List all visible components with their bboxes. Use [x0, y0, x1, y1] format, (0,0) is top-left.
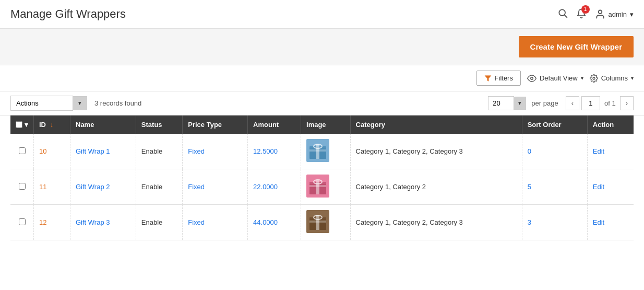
svg-point-4: [531, 77, 533, 79]
per-page-select[interactable]: 20: [488, 96, 514, 110]
row-id: 12: [34, 205, 70, 240]
row-amount: 22.0000: [248, 169, 301, 205]
next-page-button[interactable]: ›: [620, 96, 634, 110]
row-edit-link[interactable]: Edit: [593, 218, 604, 226]
row-name-link[interactable]: Gift Wrap 2: [76, 183, 110, 191]
table-row: 11 Gift Wrap 2 Enable Fixed 22.0000 Cate…: [10, 169, 634, 205]
row-checkbox-cell: [10, 205, 34, 240]
th-price-type: Price Type: [183, 115, 248, 134]
notification-badge: 1: [581, 5, 590, 14]
page-number-input[interactable]: [581, 96, 600, 110]
page-of-label: of 1: [604, 99, 616, 107]
create-gift-wrapper-button[interactable]: Create New Gift Wrapper: [519, 36, 634, 57]
row-image: [301, 134, 351, 169]
page-header: Manage Gift Wrappers 1 admin ▾: [0, 0, 644, 29]
filters-label: Filters: [495, 74, 513, 82]
row-amount: 44.0000: [248, 205, 301, 240]
table-header-row: ▾ ID ↓ Name Status Price Type Amount Ima…: [10, 115, 634, 134]
row-name: Gift Wrap 3: [70, 205, 136, 240]
actions-select-wrap: Actions ▾: [10, 96, 87, 111]
svg-rect-16: [309, 185, 326, 187]
filter-bar: Filters Default View ▾ Columns ▾: [0, 65, 644, 91]
svg-rect-22: [309, 221, 326, 223]
svg-rect-10: [309, 149, 326, 152]
filter-icon: [484, 75, 492, 82]
columns-button[interactable]: Columns ▾: [590, 74, 634, 83]
th-checkbox: ▾: [10, 115, 34, 134]
user-icon: [595, 9, 605, 19]
row-name-link[interactable]: Gift Wrap 1: [76, 147, 110, 155]
row-sort-order: 3: [522, 205, 587, 240]
view-chevron-icon: ▾: [581, 75, 583, 81]
prev-page-button[interactable]: ‹: [566, 96, 579, 110]
select-all-checkbox[interactable]: [16, 121, 22, 128]
row-id: 10: [34, 134, 70, 169]
th-status: Status: [136, 115, 182, 134]
row-name: Gift Wrap 1: [70, 134, 136, 169]
sort-icon: ↓: [50, 121, 54, 129]
actions-bar: Actions ▾ 3 records found 20 ▾ per page …: [0, 91, 644, 115]
row-category: Category 1, Category 2, Category 3: [350, 134, 522, 169]
row-checkbox-cell: [10, 134, 34, 169]
th-sort-order: Sort Order: [522, 115, 587, 134]
default-view-label: Default View: [540, 74, 578, 82]
admin-menu-button[interactable]: admin ▾: [595, 9, 634, 19]
svg-line-1: [564, 15, 567, 17]
columns-chevron-icon: ▾: [631, 75, 634, 81]
row-sort-order: 0: [522, 134, 587, 169]
row-id: 11: [34, 169, 70, 205]
actions-right: 20 ▾ per page ‹ of 1 ›: [488, 96, 634, 110]
th-amount: Amount: [248, 115, 301, 134]
row-status: Enable: [136, 134, 182, 169]
gift-wrappers-table: ▾ ID ↓ Name Status Price Type Amount Ima…: [10, 115, 634, 240]
admin-label: admin: [609, 10, 627, 18]
row-checkbox[interactable]: [19, 183, 26, 190]
per-page-select-wrap: 20 ▾: [488, 96, 526, 110]
search-icon: [557, 8, 568, 18]
actions-left: Actions ▾ 3 records found: [10, 96, 141, 111]
th-image: Image: [301, 115, 351, 134]
row-sort-order: 5: [522, 169, 587, 205]
row-price-type: Fixed: [183, 134, 248, 169]
svg-point-5: [593, 77, 595, 79]
per-page-arrow[interactable]: ▾: [514, 97, 526, 110]
row-price-type-link[interactable]: Fixed: [188, 183, 205, 191]
row-image: [301, 205, 351, 240]
per-page-wrap: 20 ▾ per page: [488, 96, 561, 110]
per-page-label: per page: [531, 99, 558, 107]
admin-arrow-icon: ▾: [630, 10, 634, 18]
row-checkbox[interactable]: [19, 147, 26, 154]
row-name-link[interactable]: Gift Wrap 3: [76, 218, 110, 226]
row-checkbox-cell: [10, 169, 34, 205]
header-actions: 1 admin ▾: [557, 8, 634, 21]
row-edit-link[interactable]: Edit: [593, 147, 604, 155]
actions-select-arrow[interactable]: ▾: [73, 96, 87, 110]
eye-icon: [527, 74, 536, 83]
row-checkbox[interactable]: [19, 218, 26, 225]
row-image: [301, 169, 351, 205]
th-action: Action: [587, 115, 634, 134]
th-checkbox-arrow[interactable]: ▾: [25, 121, 28, 129]
row-amount: 12.5000: [248, 134, 301, 169]
default-view-button[interactable]: Default View ▾: [527, 74, 583, 83]
row-name: Gift Wrap 2: [70, 169, 136, 205]
row-edit-link[interactable]: Edit: [593, 183, 604, 191]
row-category: Category 1, Category 2, Category 3: [350, 205, 522, 240]
table-wrap: ▾ ID ↓ Name Status Price Type Amount Ima…: [0, 115, 644, 251]
row-price-type: Fixed: [183, 205, 248, 240]
th-category: Category: [350, 115, 522, 134]
row-action: Edit: [587, 169, 634, 205]
row-status: Enable: [136, 205, 182, 240]
svg-marker-3: [485, 75, 491, 81]
row-action: Edit: [587, 134, 634, 169]
page-title: Manage Gift Wrappers: [10, 7, 126, 21]
toolbar-top: Create New Gift Wrapper: [0, 29, 644, 65]
search-button[interactable]: [557, 8, 568, 21]
svg-point-2: [598, 10, 602, 14]
filters-button[interactable]: Filters: [476, 71, 521, 86]
actions-select[interactable]: Actions: [10, 96, 73, 111]
row-price-type-link[interactable]: Fixed: [188, 147, 205, 155]
row-action: Edit: [587, 205, 634, 240]
row-price-type-link[interactable]: Fixed: [188, 218, 205, 226]
notifications-button[interactable]: 1: [576, 8, 587, 20]
